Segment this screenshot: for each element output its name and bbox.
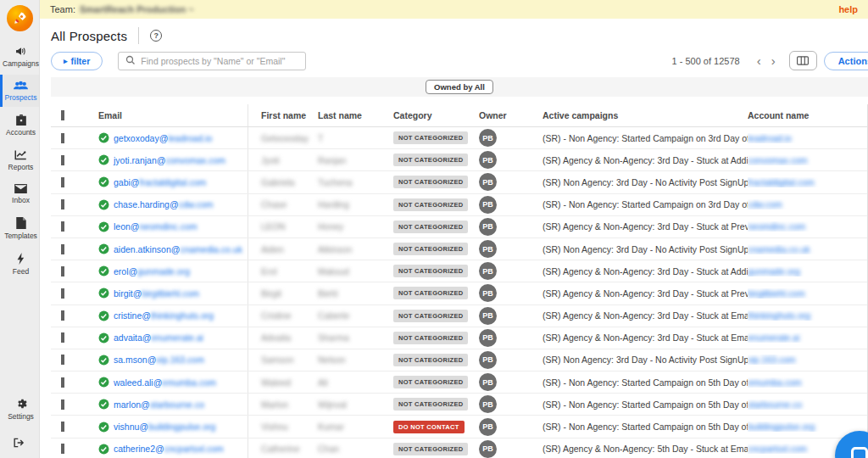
smartreach-logo-icon[interactable]	[7, 5, 33, 31]
column-header-owner[interactable]: Owner	[479, 110, 542, 120]
account-name-link[interactable]: emumba.com	[748, 377, 802, 388]
email-link[interactable]: birgit@birgitbiehl.com	[98, 288, 199, 299]
row-checkbox[interactable]	[61, 310, 64, 321]
email-link[interactable]: chase.harding@cdw.com	[98, 199, 213, 210]
help-question-icon[interactable]: ?	[150, 30, 162, 42]
owner-avatar[interactable]: PB	[479, 262, 497, 280]
column-header-active-campaigns[interactable]: Active campaigns	[542, 110, 748, 120]
column-header-email[interactable]: Email	[87, 104, 248, 126]
account-name-link[interactable]: neomdinc.com	[748, 221, 805, 232]
owner-avatar[interactable]: PB	[479, 129, 497, 147]
row-checkbox[interactable]	[61, 155, 64, 165]
sidebar-item-accounts[interactable]: Accounts	[0, 109, 39, 142]
email-link[interactable]: gabi@fractaldigital.com	[98, 176, 206, 187]
select-all-checkbox[interactable]	[61, 110, 64, 120]
column-header-category[interactable]: Category	[393, 110, 479, 120]
search-input[interactable]	[141, 56, 298, 66]
row-checkbox[interactable]	[61, 377, 64, 388]
row-checkbox[interactable]	[61, 355, 64, 365]
account-name-link[interactable]: gunmade.org	[748, 266, 800, 276]
row-checkbox[interactable]	[61, 399, 64, 410]
email-link[interactable]: erol@gunmade.org	[98, 265, 190, 276]
category-badge: NOT CATEGORIZED	[393, 198, 468, 211]
sidebar-item-feed[interactable]: Feed	[0, 247, 39, 281]
search-box	[118, 52, 306, 70]
table-row: getxoxoday@leadroad.io Getxoxoday T NOT …	[51, 127, 867, 149]
account-name-link[interactable]: fractaldigital.com	[748, 177, 815, 187]
row-checkbox[interactable]	[61, 199, 64, 209]
email-link[interactable]: waleed.ali@emumba.com	[98, 377, 216, 388]
row-checkbox[interactable]	[61, 266, 64, 276]
logout-icon[interactable]	[14, 427, 25, 458]
email-link[interactable]: catherine2@cncpartsxl.com	[98, 444, 224, 455]
prev-page-button[interactable]: ‹	[752, 54, 766, 67]
actions-button[interactable]: Actions	[824, 52, 868, 70]
account-name-link[interactable]: convomax.com	[748, 155, 808, 165]
owned-by-chip[interactable]: Owned by All	[426, 80, 493, 94]
sidebar-item-campaigns[interactable]: Campaigns	[0, 40, 39, 73]
row-checkbox[interactable]	[61, 244, 64, 254]
owner-avatar[interactable]: PB	[479, 440, 497, 458]
owner-avatar[interactable]: PB	[479, 240, 497, 258]
column-header-account-name[interactable]: Account name	[748, 110, 867, 120]
toolbar: ▸ filter 1 - 500 of 12578 ‹ › Actions	[40, 49, 868, 77]
row-checkbox[interactable]	[61, 221, 64, 232]
column-settings-button[interactable]	[789, 51, 817, 70]
email-link[interactable]: jyoti.ranjan@convomax.com	[98, 154, 225, 165]
email-link[interactable]: getxoxoday@leadroad.io	[98, 132, 212, 143]
account-name-link[interactable]: cnamedia.co.uk	[748, 244, 810, 254]
sidebar-item-settings[interactable]: Settings	[0, 392, 39, 426]
email-link[interactable]: leon@neomdinc.com	[98, 221, 198, 232]
account-name-link[interactable]: leadroad.io	[748, 133, 792, 143]
row-checkbox[interactable]	[61, 177, 64, 187]
owner-avatar[interactable]: PB	[479, 395, 497, 413]
help-link[interactable]: help	[838, 4, 858, 14]
account-name-link[interactable]: vip.163.com	[748, 355, 796, 365]
row-checkbox[interactable]	[61, 332, 64, 343]
owner-avatar[interactable]: PB	[479, 307, 497, 325]
account-name-link[interactable]: starbourne.co	[748, 399, 802, 410]
owner-avatar[interactable]: PB	[479, 151, 497, 169]
account-name-link[interactable]: cncpartsxl.com	[748, 444, 807, 454]
last-name-cell: Tuchena	[318, 177, 393, 187]
owner-avatar[interactable]: PB	[479, 373, 497, 391]
email-link[interactable]: vishnu@buildingpulse.org	[98, 422, 215, 433]
owner-avatar[interactable]: PB	[479, 196, 497, 214]
verified-check-icon	[98, 332, 109, 344]
email-link[interactable]: advaita@enumerate.ai	[98, 332, 203, 344]
table-row: advaita@enumerate.ai Advaita Sharma NOT …	[51, 327, 867, 349]
account-name-link[interactable]: buildingpulse.org	[748, 422, 815, 432]
owner-avatar[interactable]: PB	[479, 284, 497, 302]
sidebar-item-templates[interactable]: Templates	[0, 211, 39, 245]
sidebar-item-prospects[interactable]: Prospects	[0, 75, 39, 107]
team-name-dropdown[interactable]: SmartReach Production ~	[80, 4, 194, 14]
last-name-cell: Sharma	[318, 332, 393, 343]
filter-button[interactable]: ▸ filter	[51, 52, 103, 70]
account-name-link[interactable]: enumerate.ai	[748, 332, 799, 343]
email-link[interactable]: cristine@thinkinghuts.org	[98, 310, 214, 321]
verified-check-icon	[98, 199, 109, 210]
sidebar-item-inbox[interactable]: Inbox	[0, 178, 39, 209]
owner-avatar[interactable]: PB	[479, 218, 497, 236]
account-name-link[interactable]: cdw.com	[748, 199, 782, 209]
row-checkbox[interactable]	[61, 288, 64, 299]
verified-check-icon	[98, 422, 109, 433]
row-checkbox[interactable]	[61, 422, 64, 432]
owner-avatar[interactable]: PB	[479, 329, 497, 347]
email-link[interactable]: marlon@starbourne.co	[98, 399, 204, 410]
column-header-last-name[interactable]: Last name	[318, 110, 393, 120]
column-header-first-name[interactable]: First name	[248, 110, 318, 120]
next-page-button[interactable]: ›	[766, 54, 781, 67]
table-row: vishnu@buildingpulse.org Vishnu Kumar DO…	[51, 416, 867, 438]
sidebar-item-reports[interactable]: Reports	[0, 143, 39, 176]
owner-avatar[interactable]: PB	[479, 173, 497, 191]
page-header: All Prospects ?	[40, 19, 868, 49]
owner-avatar[interactable]: PB	[479, 418, 497, 436]
row-checkbox[interactable]	[61, 444, 64, 454]
account-name-link[interactable]: thinkinghuts.org	[748, 310, 810, 321]
account-name-link[interactable]: birgitbiehl.com	[748, 288, 805, 299]
email-link[interactable]: sa.mson@vip.163.com	[98, 355, 204, 366]
owner-avatar[interactable]: PB	[479, 351, 497, 369]
row-checkbox[interactable]	[61, 133, 64, 143]
email-link[interactable]: aiden.atkinson@cnamedia.co.uk	[98, 243, 242, 254]
